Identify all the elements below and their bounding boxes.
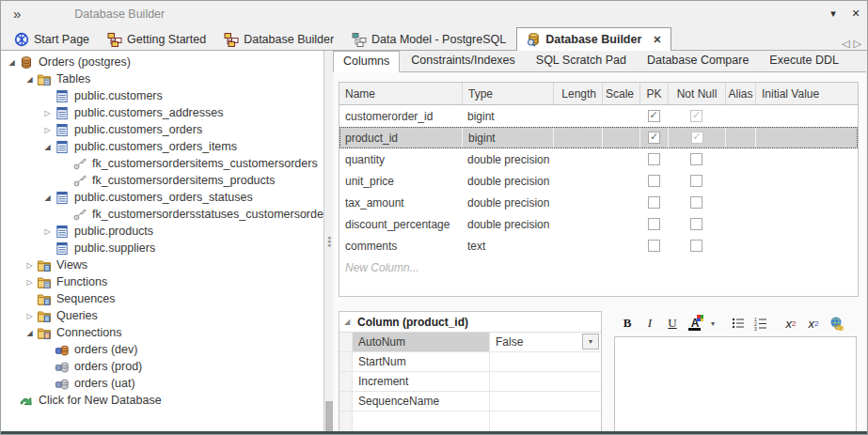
tree-item-sequences[interactable]: Sequences bbox=[1, 290, 324, 307]
window-close-icon[interactable]: ✕ bbox=[844, 8, 867, 20]
tree-item-tables[interactable]: ◢Tables bbox=[1, 70, 324, 87]
bold-button[interactable]: B bbox=[618, 314, 637, 333]
not-null-checkbox[interactable] bbox=[691, 132, 703, 144]
new-note-document-button[interactable] bbox=[864, 314, 868, 333]
tree-expander-icon[interactable]: ▷ bbox=[23, 278, 37, 287]
underline-button[interactable]: U bbox=[663, 314, 682, 333]
table-row-product_id[interactable]: product_idbigint bbox=[339, 127, 858, 148]
pk-checkbox[interactable] bbox=[648, 132, 660, 144]
table-row-unit_price[interactable]: unit_pricedouble precision bbox=[339, 170, 858, 192]
tree-expander-icon[interactable]: ▷ bbox=[40, 109, 55, 117]
table-row-tax_amount[interactable]: tax_amountdouble precision bbox=[339, 192, 858, 213]
column-header-alias[interactable]: Alias bbox=[725, 83, 755, 104]
property-value[interactable] bbox=[490, 352, 601, 371]
tree-item-connections[interactable]: ◢Connections bbox=[1, 324, 324, 341]
table-row-discount_percentage[interactable]: discount_percentagedouble precision bbox=[339, 213, 858, 235]
property-row-sequencename[interactable]: SequenceName bbox=[339, 392, 601, 412]
property-value[interactable] bbox=[490, 392, 601, 411]
tree-item-queries[interactable]: ▷Queries bbox=[1, 307, 324, 324]
subtab-constraints-indexes[interactable]: Constraints/Indexes bbox=[402, 51, 524, 71]
column-header-name[interactable]: Name bbox=[339, 83, 462, 104]
property-panel-header[interactable]: ◢ Column (product_id) bbox=[339, 312, 601, 333]
subtab-sql-scratch-pad[interactable]: SQL Scratch Pad bbox=[527, 51, 636, 71]
bullet-list-button[interactable] bbox=[729, 314, 748, 333]
not-null-checkbox[interactable] bbox=[690, 175, 702, 187]
tab-database-builder[interactable]: Database Builder✕ bbox=[516, 27, 671, 51]
subscript-button[interactable]: x2 bbox=[804, 314, 823, 333]
pk-checkbox[interactable] bbox=[648, 218, 660, 230]
tab-scroll-left-icon[interactable]: ◁ bbox=[842, 38, 849, 50]
notes-editor[interactable] bbox=[614, 336, 857, 432]
pk-checkbox[interactable] bbox=[648, 196, 660, 209]
pk-checkbox[interactable] bbox=[648, 110, 660, 122]
subtab-execute-ddl[interactable]: Execute DDL bbox=[760, 51, 848, 71]
tree-item-public-suppliers[interactable]: public.suppliers bbox=[1, 240, 324, 256]
italic-button[interactable]: I bbox=[640, 314, 659, 333]
table-row-comments[interactable]: commentstext bbox=[339, 235, 858, 256]
tree-item-fk-customersordersitems-customersorders[interactable]: fk_customersordersitems_customersorders bbox=[1, 155, 324, 172]
tree-item-fk-customersordersstatuses-customersorders[interactable]: fk_customersordersstatuses_customersorde… bbox=[1, 206, 324, 223]
tree-item-fk-customersordersitems-products[interactable]: fk_customersordersitems_products bbox=[1, 172, 324, 189]
property-row-autonum[interactable]: AutoNumFalse▾ bbox=[339, 333, 601, 352]
column-header-not-null[interactable]: Not Null bbox=[668, 83, 725, 104]
column-header-type[interactable]: Type bbox=[462, 83, 553, 104]
tree-item-public-customers-orders-items[interactable]: ◢public.customers_orders_items bbox=[1, 138, 324, 155]
tree-item-functions[interactable]: ▷Functions bbox=[1, 273, 324, 290]
tree-expander-icon[interactable]: ▷ bbox=[23, 312, 37, 320]
tree-expander-icon[interactable]: ◢ bbox=[23, 75, 37, 84]
dropdown-button[interactable]: ▾ bbox=[582, 334, 599, 350]
subtab-database-compare[interactable]: Database Compare bbox=[638, 51, 758, 71]
font-color-button[interactable]: A bbox=[686, 314, 704, 333]
tab-database-builder[interactable]: Database Builder bbox=[216, 29, 341, 50]
hyperlink-button[interactable] bbox=[827, 314, 845, 333]
column-header-length[interactable]: Length bbox=[553, 83, 602, 104]
not-null-checkbox[interactable] bbox=[690, 240, 702, 252]
column-header-scale[interactable]: Scale bbox=[602, 83, 639, 104]
tab-data-model-postgresql[interactable]: Data Model - PostgreSQL bbox=[344, 29, 513, 50]
tree-expander-icon[interactable]: ▷ bbox=[23, 261, 37, 270]
tab-getting-started[interactable]: Getting Started bbox=[100, 29, 213, 50]
property-value[interactable] bbox=[490, 372, 601, 391]
tree-item-public-customers-orders-statuses[interactable]: ◢public.customers_orders_statuses bbox=[1, 189, 324, 206]
column-header-pk[interactable]: PK bbox=[639, 83, 668, 104]
tree-expander-icon[interactable]: ▷ bbox=[40, 126, 55, 134]
panel-splitter[interactable]: ●●● bbox=[325, 51, 333, 431]
tree-expander-icon[interactable]: ◢ bbox=[40, 194, 55, 202]
tree-item-orders-postgres-[interactable]: ◢Orders (postgres) bbox=[1, 54, 324, 70]
not-null-checkbox[interactable] bbox=[690, 218, 702, 230]
pk-checkbox[interactable] bbox=[648, 240, 660, 252]
tree-item-public-customers[interactable]: public.customers bbox=[1, 87, 324, 104]
tree-expander-icon[interactable]: ▷ bbox=[40, 227, 55, 236]
tree-item-public-customers-addresses[interactable]: ▷public.customers_addresses bbox=[1, 104, 324, 121]
collapse-triangle-icon[interactable]: ◢ bbox=[339, 318, 355, 326]
tree-item-click-for-new-database[interactable]: Click for New Database bbox=[1, 392, 324, 409]
superscript-button[interactable]: x2 bbox=[781, 314, 800, 333]
property-row-startnum[interactable]: StartNum bbox=[339, 352, 601, 372]
tab-close-icon[interactable]: ✕ bbox=[653, 34, 661, 46]
not-null-checkbox[interactable] bbox=[690, 110, 702, 122]
tree-item-orders-uat-[interactable]: orders (uat) bbox=[1, 375, 324, 392]
menu-chevrons-icon[interactable]: » bbox=[13, 6, 20, 22]
pk-checkbox[interactable] bbox=[648, 175, 660, 187]
tree-item-orders-prod-[interactable]: orders (prod) bbox=[1, 358, 324, 375]
table-row-customerorder_id[interactable]: customerorder_idbigint bbox=[339, 105, 858, 127]
tree-expander-icon[interactable]: ◢ bbox=[40, 143, 55, 151]
pk-checkbox[interactable] bbox=[648, 153, 660, 165]
tree-expander-icon[interactable]: ◢ bbox=[23, 329, 37, 337]
new-column-row[interactable]: New Column... bbox=[339, 256, 858, 278]
window-dropdown-icon[interactable]: ▾ bbox=[822, 8, 844, 20]
column-header-initial-value[interactable]: Initial Value bbox=[755, 83, 858, 104]
table-row-quantity[interactable]: quantitydouble precision bbox=[339, 148, 858, 170]
tree-item-public-customers-orders[interactable]: ▷public.customers_orders bbox=[1, 121, 324, 138]
tab-start-page[interactable]: Start Page bbox=[7, 29, 97, 50]
not-null-checkbox[interactable] bbox=[690, 153, 702, 165]
font-color-caret-button[interactable]: ▾ bbox=[708, 314, 718, 333]
property-value[interactable]: False▾ bbox=[490, 333, 601, 351]
not-null-checkbox[interactable] bbox=[690, 196, 702, 209]
property-row-increment[interactable]: Increment bbox=[339, 372, 601, 392]
tree-item-public-products[interactable]: ▷public.products bbox=[1, 223, 324, 240]
tree-expander-icon[interactable]: ◢ bbox=[5, 58, 19, 67]
tab-scroll-right-icon[interactable]: ▷ bbox=[854, 38, 861, 50]
tree-item-views[interactable]: ▷Views bbox=[1, 256, 324, 273]
subtab-columns[interactable]: Columns bbox=[333, 51, 400, 72]
